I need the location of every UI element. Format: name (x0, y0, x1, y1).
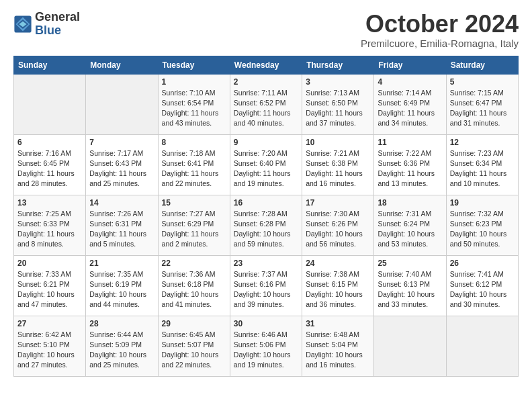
day-number: 11 (378, 138, 442, 147)
day-info: Sunrise: 7:21 AMSunset: 6:38 PMDaylight:… (306, 148, 370, 189)
day-number: 19 (450, 198, 515, 208)
calendar-cell (86, 74, 158, 134)
day-info: Sunrise: 7:28 AMSunset: 6:28 PMDaylight:… (234, 209, 298, 250)
calendar-cell: 10Sunrise: 7:21 AMSunset: 6:38 PMDayligh… (302, 134, 374, 195)
day-number: 24 (306, 259, 370, 268)
calendar-cell: 27Sunrise: 6:42 AMSunset: 5:10 PMDayligh… (14, 316, 86, 376)
logo-icon (13, 15, 32, 34)
day-info: Sunrise: 7:16 AMSunset: 6:45 PMDaylight:… (17, 148, 82, 189)
calendar-cell: 18Sunrise: 7:31 AMSunset: 6:24 PMDayligh… (374, 195, 446, 255)
day-number: 14 (89, 198, 154, 208)
day-info: Sunrise: 7:22 AMSunset: 6:36 PMDaylight:… (378, 148, 442, 189)
logo-blue: Blue (35, 24, 80, 38)
calendar-week-row: 13Sunrise: 7:25 AMSunset: 6:33 PMDayligh… (14, 195, 519, 255)
day-info: Sunrise: 7:31 AMSunset: 6:24 PMDaylight:… (378, 209, 442, 250)
day-number: 5 (450, 77, 515, 87)
day-info: Sunrise: 7:11 AMSunset: 6:52 PMDaylight:… (234, 88, 298, 129)
location-title: Premilcuore, Emilia-Romagna, Italy (361, 38, 519, 49)
calendar-cell: 13Sunrise: 7:25 AMSunset: 6:33 PMDayligh… (14, 195, 86, 255)
day-number: 18 (378, 198, 442, 208)
day-info: Sunrise: 7:13 AMSunset: 6:50 PMDaylight:… (306, 88, 370, 129)
calendar-cell: 4Sunrise: 7:14 AMSunset: 6:49 PMDaylight… (374, 74, 446, 134)
day-number: 20 (17, 259, 82, 268)
calendar-week-row: 6Sunrise: 7:16 AMSunset: 6:45 PMDaylight… (14, 134, 519, 195)
day-info: Sunrise: 7:15 AMSunset: 6:47 PMDaylight:… (450, 88, 515, 129)
day-number: 31 (306, 319, 370, 328)
calendar-cell: 1Sunrise: 7:10 AMSunset: 6:54 PMDaylight… (158, 74, 230, 134)
calendar-cell: 16Sunrise: 7:28 AMSunset: 6:28 PMDayligh… (230, 195, 302, 255)
calendar-cell: 8Sunrise: 7:18 AMSunset: 6:41 PMDaylight… (158, 134, 230, 195)
calendar-cell: 24Sunrise: 7:38 AMSunset: 6:15 PMDayligh… (302, 255, 374, 316)
day-number: 13 (17, 198, 82, 208)
day-info: Sunrise: 7:35 AMSunset: 6:19 PMDaylight:… (89, 269, 154, 310)
calendar-cell: 11Sunrise: 7:22 AMSunset: 6:36 PMDayligh… (374, 134, 446, 195)
day-number: 8 (162, 138, 226, 147)
weekday-header: Saturday (446, 56, 518, 74)
logo: General Blue (13, 11, 80, 38)
day-info: Sunrise: 7:20 AMSunset: 6:40 PMDaylight:… (234, 148, 298, 189)
weekday-header: Tuesday (158, 56, 230, 74)
day-info: Sunrise: 6:45 AMSunset: 5:07 PMDaylight:… (162, 330, 226, 371)
calendar-cell: 30Sunrise: 6:46 AMSunset: 5:06 PMDayligh… (230, 316, 302, 376)
day-info: Sunrise: 6:44 AMSunset: 5:09 PMDaylight:… (89, 330, 154, 371)
calendar-cell: 9Sunrise: 7:20 AMSunset: 6:40 PMDaylight… (230, 134, 302, 195)
header: General Blue October 2024 Premilcuore, E… (13, 11, 519, 49)
calendar-table: SundayMondayTuesdayWednesdayThursdayFrid… (13, 56, 519, 377)
calendar-cell: 31Sunrise: 6:48 AMSunset: 5:04 PMDayligh… (302, 316, 374, 376)
calendar-cell (14, 74, 86, 134)
day-number: 7 (89, 138, 154, 147)
logo-general: General (35, 11, 80, 24)
calendar-cell: 17Sunrise: 7:30 AMSunset: 6:26 PMDayligh… (302, 195, 374, 255)
day-number: 17 (306, 198, 370, 208)
day-number: 29 (162, 319, 226, 328)
calendar-week-row: 1Sunrise: 7:10 AMSunset: 6:54 PMDaylight… (14, 74, 519, 134)
day-number: 22 (162, 259, 226, 268)
day-number: 26 (450, 259, 515, 268)
day-info: Sunrise: 7:17 AMSunset: 6:43 PMDaylight:… (89, 148, 154, 189)
day-number: 6 (17, 138, 82, 147)
day-info: Sunrise: 7:25 AMSunset: 6:33 PMDaylight:… (17, 209, 82, 250)
day-number: 15 (162, 198, 226, 208)
day-info: Sunrise: 7:36 AMSunset: 6:18 PMDaylight:… (162, 269, 226, 310)
day-number: 27 (17, 319, 82, 328)
calendar-cell: 19Sunrise: 7:32 AMSunset: 6:23 PMDayligh… (446, 195, 518, 255)
title-section: October 2024 Premilcuore, Emilia-Romagna… (361, 11, 519, 49)
day-info: Sunrise: 7:23 AMSunset: 6:34 PMDaylight:… (450, 148, 515, 189)
calendar-cell: 14Sunrise: 7:26 AMSunset: 6:31 PMDayligh… (86, 195, 158, 255)
day-number: 16 (234, 198, 298, 208)
calendar-cell: 5Sunrise: 7:15 AMSunset: 6:47 PMDaylight… (446, 74, 518, 134)
calendar-cell: 6Sunrise: 7:16 AMSunset: 6:45 PMDaylight… (14, 134, 86, 195)
month-title: October 2024 (361, 11, 519, 38)
day-number: 25 (378, 259, 442, 268)
day-number: 21 (89, 259, 154, 268)
day-number: 12 (450, 138, 515, 147)
calendar-cell: 28Sunrise: 6:44 AMSunset: 5:09 PMDayligh… (86, 316, 158, 376)
day-info: Sunrise: 6:42 AMSunset: 5:10 PMDaylight:… (17, 330, 82, 371)
day-info: Sunrise: 6:48 AMSunset: 5:04 PMDaylight:… (306, 330, 370, 371)
day-info: Sunrise: 7:10 AMSunset: 6:54 PMDaylight:… (162, 88, 226, 129)
calendar-cell (446, 316, 518, 376)
day-number: 10 (306, 138, 370, 147)
header-row: SundayMondayTuesdayWednesdayThursdayFrid… (14, 56, 519, 74)
day-number: 30 (234, 319, 298, 328)
weekday-header: Sunday (14, 56, 86, 74)
calendar-week-row: 20Sunrise: 7:33 AMSunset: 6:21 PMDayligh… (14, 255, 519, 316)
day-info: Sunrise: 7:41 AMSunset: 6:12 PMDaylight:… (450, 269, 515, 310)
day-info: Sunrise: 7:32 AMSunset: 6:23 PMDaylight:… (450, 209, 515, 250)
weekday-header: Wednesday (230, 56, 302, 74)
day-info: Sunrise: 7:40 AMSunset: 6:13 PMDaylight:… (378, 269, 442, 310)
calendar-cell: 22Sunrise: 7:36 AMSunset: 6:18 PMDayligh… (158, 255, 230, 316)
logo-text: General Blue (35, 11, 80, 38)
day-number: 9 (234, 138, 298, 147)
day-info: Sunrise: 7:33 AMSunset: 6:21 PMDaylight:… (17, 269, 82, 310)
day-info: Sunrise: 6:46 AMSunset: 5:06 PMDaylight:… (234, 330, 298, 371)
calendar-cell: 25Sunrise: 7:40 AMSunset: 6:13 PMDayligh… (374, 255, 446, 316)
calendar-cell: 21Sunrise: 7:35 AMSunset: 6:19 PMDayligh… (86, 255, 158, 316)
day-number: 3 (306, 77, 370, 87)
calendar-cell: 7Sunrise: 7:17 AMSunset: 6:43 PMDaylight… (86, 134, 158, 195)
calendar-cell: 12Sunrise: 7:23 AMSunset: 6:34 PMDayligh… (446, 134, 518, 195)
day-info: Sunrise: 7:37 AMSunset: 6:16 PMDaylight:… (234, 269, 298, 310)
day-info: Sunrise: 7:26 AMSunset: 6:31 PMDaylight:… (89, 209, 154, 250)
day-number: 4 (378, 77, 442, 87)
day-number: 2 (234, 77, 298, 87)
